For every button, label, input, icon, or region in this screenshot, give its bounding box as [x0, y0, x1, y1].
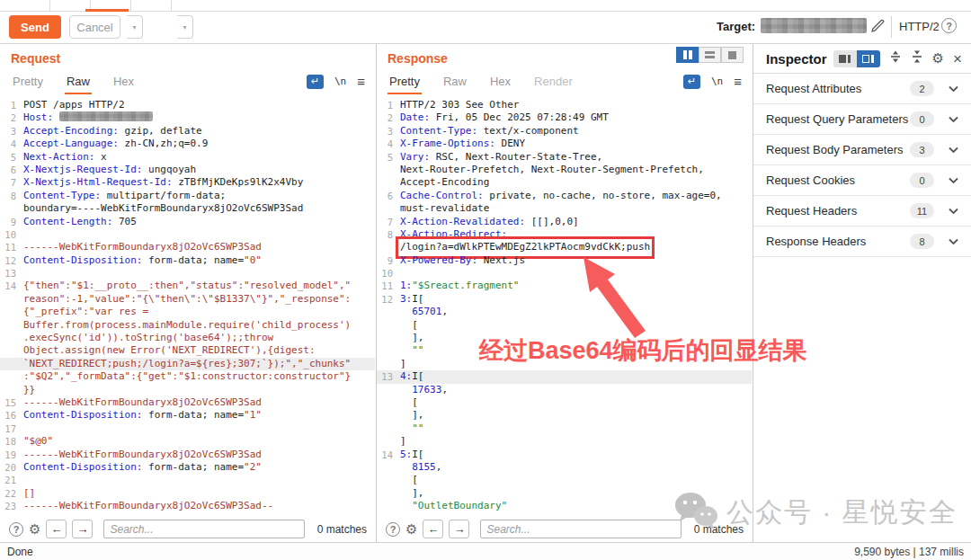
line-number: 17 — [0, 422, 23, 435]
target-label: Target: — [717, 20, 755, 33]
search-prev-button[interactable]: ← — [46, 520, 67, 538]
search-help-icon[interactable]: ? — [9, 522, 23, 537]
code-line: 65701, — [377, 306, 752, 318]
line-number — [377, 344, 400, 357]
line-number: 1 — [0, 99, 23, 111]
send-button[interactable]: Send — [9, 15, 61, 39]
editor-menu-icon[interactable]: ≡ — [734, 74, 742, 89]
tab-raw[interactable]: Raw — [65, 73, 92, 94]
code-line: [ — [377, 474, 752, 486]
tab-raw[interactable]: Raw — [441, 73, 468, 94]
line-number — [377, 500, 400, 512]
line-number — [0, 370, 23, 383]
inspector-sections: Request Attributes2Request Query Paramet… — [753, 74, 971, 257]
search-settings-icon[interactable]: ⚙ — [405, 522, 417, 536]
show-newlines-icon[interactable]: \n — [334, 76, 346, 87]
request-tab-row: PrettyRawHex — [11, 73, 136, 94]
word-wrap-icon[interactable]: ↵ — [307, 75, 324, 89]
line-number: 5 — [0, 151, 23, 164]
tab-pretty[interactable]: Pretty — [11, 73, 45, 94]
code-line: Next-Router-Prefetch, Next-Router-Segmen… — [377, 164, 752, 176]
code-line: 2Date: Fri, 05 Dec 2025 07:28:49 GMT — [377, 111, 752, 124]
inspector-settings-icon[interactable]: ⚙ — [932, 50, 944, 67]
search-next-button[interactable]: → — [449, 520, 469, 538]
inspector-section-request-attributes[interactable]: Request Attributes2 — [753, 74, 971, 104]
search-prev-button[interactable]: ← — [423, 520, 443, 538]
line-number — [377, 164, 400, 176]
inspector-panel: Inspector ⚙ × Request Attribute — [753, 44, 971, 543]
code-line: 10 — [377, 267, 752, 280]
code-line: }} — [0, 384, 375, 396]
tab-divider — [130, 0, 131, 12]
toolbar: Send Cancel < ▾ > ▾ Target: HTTP/2 ? — [0, 12, 971, 43]
repeater-tab-strip[interactable] — [0, 0, 971, 12]
line-number: 10 — [377, 267, 400, 280]
response-panel-title: Response — [388, 51, 448, 66]
code-line: 1HTTP/2 303 See Other — [377, 99, 752, 111]
line-number — [377, 396, 400, 409]
chevron-down-icon — [949, 85, 958, 93]
toolbar-divider — [891, 16, 892, 38]
line-number — [0, 358, 23, 370]
code-line: Accept-Encoding — [377, 176, 752, 189]
tab-hex[interactable]: Hex — [111, 73, 136, 94]
inspector-section-request-cookies[interactable]: Request Cookies0 — [753, 165, 971, 196]
request-search-input[interactable] — [103, 520, 304, 538]
inspector-dock-toggle — [833, 50, 880, 67]
line-number — [377, 358, 400, 370]
code-line: 111:"$Sreact.fragment" — [377, 280, 752, 292]
line-number — [377, 332, 400, 344]
search-next-button[interactable]: → — [72, 520, 93, 538]
line-number: 11 — [377, 280, 400, 292]
code-line: 9Content-Length: 705 — [0, 216, 375, 228]
section-label: Response Headers — [766, 235, 866, 248]
line-number: 14 — [377, 449, 400, 461]
code-line: ] — [377, 435, 752, 448]
inspector-section-request-headers[interactable]: Request Headers11 — [753, 196, 971, 227]
layout-single-button[interactable] — [721, 47, 744, 63]
response-editor[interactable]: 1HTTP/2 303 See Other2Date: Fri, 05 Dec … — [377, 97, 752, 515]
code-line: 5Vary: RSC, Next-Router-State-Tree, — [377, 151, 752, 164]
section-label: Request Cookies — [766, 173, 855, 187]
inspector-section-request-body-parameters[interactable]: Request Body Parameters3 — [753, 135, 971, 165]
tab-pretty[interactable]: Pretty — [388, 73, 422, 94]
collapse-all-icon[interactable] — [911, 50, 923, 67]
history-forward-dropdown[interactable]: ▾ — [177, 15, 193, 39]
line-number — [377, 202, 400, 215]
help-icon[interactable]: ? — [941, 18, 957, 33]
line-number: 8 — [0, 190, 23, 202]
history-back-dropdown[interactable]: ▾ — [127, 15, 143, 39]
layout-rows-button[interactable] — [699, 47, 721, 63]
edit-target-icon[interactable] — [871, 19, 885, 36]
line-number — [377, 319, 400, 332]
expand-all-icon[interactable] — [889, 50, 902, 67]
code-line: 17633, — [377, 384, 752, 396]
editor-menu-icon[interactable]: ≡ — [357, 74, 365, 89]
tab-hex[interactable]: Hex — [488, 73, 512, 94]
inspector-section-response-headers[interactable]: Response Headers8 — [753, 227, 971, 257]
line-number — [0, 319, 23, 332]
inspector-expanded-view-button[interactable] — [857, 50, 880, 67]
line-number: 18 — [0, 435, 23, 448]
code-line: 15------WebKitFormBoundaryx8jO2oVc6SWP3S… — [0, 396, 375, 409]
search-help-icon[interactable]: ? — [386, 522, 400, 537]
response-search-input[interactable] — [480, 520, 681, 538]
code-line: 17 — [0, 422, 375, 435]
code-line: 14{"then":"$1:__proto__:then","status":"… — [0, 280, 375, 292]
target-url-redacted — [761, 18, 867, 33]
word-wrap-icon[interactable]: ↵ — [683, 75, 700, 89]
tab-render[interactable]: Render — [532, 73, 575, 94]
inspector-close-icon[interactable]: × — [953, 51, 962, 67]
code-line: 19------WebKitFormBoundaryx8jO2oVc6SWP3S… — [0, 449, 375, 461]
show-newlines-icon[interactable]: \n — [711, 76, 723, 87]
inspector-collapsed-view-button[interactable] — [833, 50, 857, 67]
inspector-section-request-query-parameters[interactable]: Request Query Parameters0 — [753, 104, 971, 135]
search-settings-icon[interactable]: ⚙ — [29, 522, 40, 536]
layout-columns-button[interactable] — [676, 47, 699, 63]
request-editor[interactable]: 1POST /apps HTTP/22Host: 3Accept-Encodin… — [0, 97, 375, 515]
section-count-badge: 0 — [910, 111, 934, 127]
line-number — [377, 435, 400, 448]
cancel-button[interactable]: Cancel — [69, 15, 120, 39]
line-number: 3 — [0, 125, 23, 138]
chevron-down-icon — [949, 147, 958, 154]
